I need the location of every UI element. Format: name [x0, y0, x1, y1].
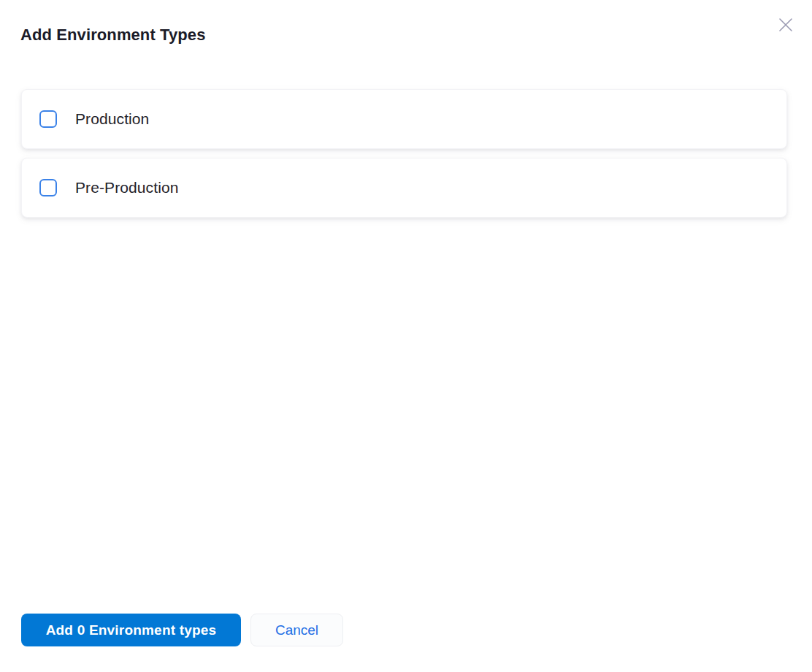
checkbox-production[interactable] — [39, 110, 57, 128]
option-label: Pre-Production — [75, 178, 178, 197]
dialog-header: Add Environment Types — [0, 0, 812, 45]
close-button[interactable] — [774, 13, 797, 37]
add-environment-types-button[interactable]: Add 0 Environment types — [21, 614, 241, 646]
option-label: Production — [75, 110, 149, 129]
dialog-footer: Add 0 Environment types Cancel — [21, 614, 343, 646]
option-row-pre-production[interactable]: Pre-Production — [21, 158, 787, 218]
checkbox-pre-production[interactable] — [39, 179, 57, 196]
cancel-button[interactable]: Cancel — [250, 614, 343, 646]
close-icon — [777, 16, 794, 34]
option-row-production[interactable]: Production — [21, 89, 787, 149]
environment-type-list: Production Pre-Production — [21, 89, 787, 218]
page-title: Add Environment Types — [20, 25, 792, 45]
add-environment-types-dialog: Add Environment Types Production Pre-Pro… — [0, 0, 812, 672]
